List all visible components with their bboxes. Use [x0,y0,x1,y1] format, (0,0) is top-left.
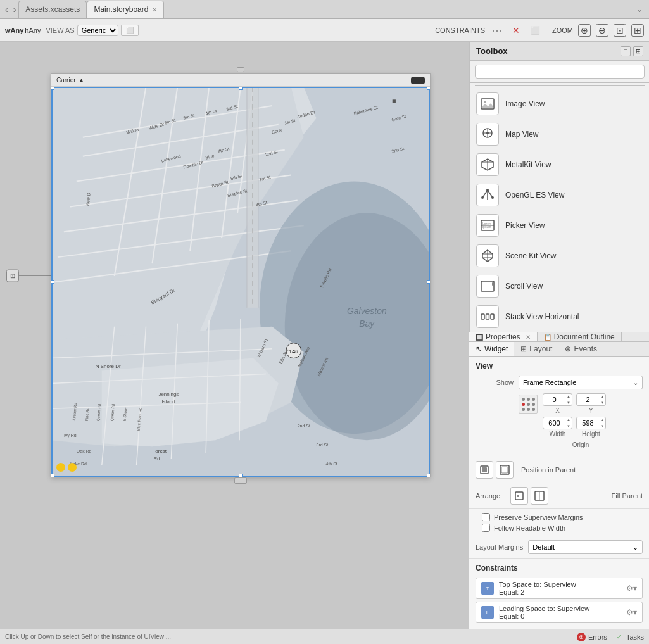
device-icon[interactable]: ⬜ [121,25,139,36]
tab-close-main[interactable]: ✕ [152,6,157,13]
svg-text:Forest: Forest [152,448,167,454]
y-label: Y [589,407,593,414]
svg-text:Bay: Bay [359,319,375,329]
zoom-out-btn[interactable]: ⊖ [596,24,608,37]
zoom-actual-btn[interactable]: ⊞ [631,24,644,37]
position-icon-1[interactable] [476,461,493,479]
height-input[interactable] [577,419,599,427]
constraint-leading-icon: L [481,606,494,619]
zoom-fit-btn[interactable]: ⊡ [614,24,626,37]
cursor-icon: ↖ [476,344,482,353]
arrange-icon-2[interactable] [531,487,548,505]
tab-layout[interactable]: ⊞ Layout [514,342,558,356]
svg-text:Ivy Rd: Ivy Rd [64,433,77,438]
y-input-wrap[interactable]: ▲ ▼ [576,393,606,406]
x-input-wrap[interactable]: ▲ ▼ [543,393,572,406]
constraint-add-btn[interactable]: ⋯ [490,23,504,37]
toolbox-icon-1[interactable]: □ [621,46,631,56]
toolbox-controls: □ ⊞ [621,46,643,56]
tab-main[interactable]: Main.storyboard ✕ [87,1,164,18]
tab-arrow-forward[interactable]: › [11,4,19,15]
x-step-down[interactable]: ▼ [565,400,572,406]
position-icons [476,461,514,479]
svg-text:◼: ◼ [392,98,396,104]
svg-rect-111 [491,314,494,319]
constraint-top-line1: Top Space to: Superview [499,581,621,588]
constraint-leading-text: Leading Space to: Superview Equal: 0 [499,605,621,620]
width-step-down[interactable]: ▼ [565,423,572,429]
svg-text:N Shore Dr: N Shore Dr [96,363,121,369]
view-as-selector[interactable]: VIEW AS Generic ⬜ [46,25,138,36]
prop-tab-doc-outline[interactable]: 📋 Document Outline [538,332,622,341]
arrange-icon-1[interactable] [510,487,528,505]
y-input[interactable] [577,396,599,403]
x-input[interactable] [543,396,565,403]
dot-2 [527,398,530,401]
width-step-up[interactable]: ▲ [565,417,572,423]
prop-tab-properties[interactable]: 🔲 Properties ✕ [469,332,538,341]
toolbox-item-scroll-view[interactable]: Scroll View [470,271,649,301]
y-step-down[interactable]: ▼ [599,400,605,406]
dot-1 [522,398,525,401]
layout-margins-dropdown[interactable]: Default ⌄ [528,540,643,554]
resize-handle-bottom[interactable] [234,477,247,484]
resize-handle-top[interactable] [237,67,244,72]
tasks-btn[interactable]: ✓ Tasks [615,633,644,641]
toolbox-item-opengl-view[interactable]: OpenGL ES View [470,180,649,210]
origin-label: Origin [572,441,589,448]
layout-margins-row: Layout Margins Default ⌄ [469,536,649,559]
width-input[interactable] [543,419,565,427]
tab-overflow[interactable]: ⌄ [633,5,646,14]
error-icon: ⊗ [577,633,586,641]
size-selector[interactable]: wAny hAny [5,27,41,34]
toolbox-item-stack-view[interactable]: Stack View Horizontal [470,301,649,332]
toolbox-item-map-view[interactable]: Map View [470,119,649,149]
wifi-icon: ▲ [79,77,85,84]
errors-btn[interactable]: ⊗ Errors [577,633,607,641]
canvas[interactable]: ⊡ → Carrier ▲ [0,42,469,629]
position-icon-2[interactable] [496,461,514,479]
wh-row: ▲ ▼ Width ▲ [476,417,643,438]
toolbox-item-scene-kit-view[interactable]: Scene Kit View [470,241,649,271]
height-container: ▲ ▼ Height [576,417,606,438]
constraint-remove-btn[interactable]: ✕ [509,23,523,37]
toolbox-item-picker-view[interactable]: Loremipsum Picker View [470,210,649,241]
width-input-wrap[interactable]: ▲ ▼ [543,417,572,429]
toolbox-item-image-view[interactable]: Image View [470,89,649,119]
svg-rect-117 [517,495,519,497]
stack-view-icon [476,305,499,328]
arrange-label: Arrange [476,492,500,500]
toolbox-search-input[interactable] [475,65,645,79]
follow-readable-checkbox[interactable] [482,524,490,532]
origin-dot-grid[interactable] [519,395,538,414]
height-stepper[interactable]: ▲ ▼ [599,417,605,429]
tasks-label: Tasks [626,633,644,641]
y-stepper[interactable]: ▲ ▼ [599,393,605,406]
toolbox-icon-2[interactable]: ⊞ [633,46,643,56]
svg-text:146: 146 [289,348,298,355]
prop-tab-properties-close[interactable]: ✕ [526,334,531,341]
opengl-view-label: OpenGL ES View [505,191,564,199]
constraint-top-space: T Top Space to: Superview Equal: 2 ⚙▾ [476,578,643,599]
tab-assets[interactable]: Assets.xcassets [18,1,87,18]
y-step-up[interactable]: ▲ [599,393,605,400]
tab-events[interactable]: ⊕ Events [558,342,603,356]
width-stepper[interactable]: ▲ ▼ [565,417,572,429]
x-stepper[interactable]: ▲ ▼ [565,393,572,406]
show-dropdown[interactable]: Frame Rectangle ⌄ [519,376,643,389]
position-in-parent-label: Position in Parent [521,466,576,474]
height-step-up[interactable]: ▲ [599,417,605,423]
view-as-dropdown[interactable]: Generic [77,25,118,36]
height-step-down[interactable]: ▼ [599,423,605,429]
tab-widget[interactable]: ↖ Widget [469,342,514,356]
zoom-in-btn[interactable]: ⊕ [578,24,591,37]
toolbox-item-metalkit-view[interactable]: MetalKit View [470,149,649,180]
x-step-up[interactable]: ▲ [565,393,572,400]
height-input-wrap[interactable]: ▲ ▼ [576,417,606,429]
constraint-top-gear[interactable]: ⚙▾ [626,584,637,593]
constraint-leading-gear[interactable]: ⚙▾ [626,608,637,617]
preserve-margins-checkbox[interactable] [482,513,490,521]
toolbox-divider-1 [475,85,645,86]
constraint-rect-btn[interactable]: ⬜ [528,23,542,37]
tab-arrow-back[interactable]: ‹ [3,4,11,15]
